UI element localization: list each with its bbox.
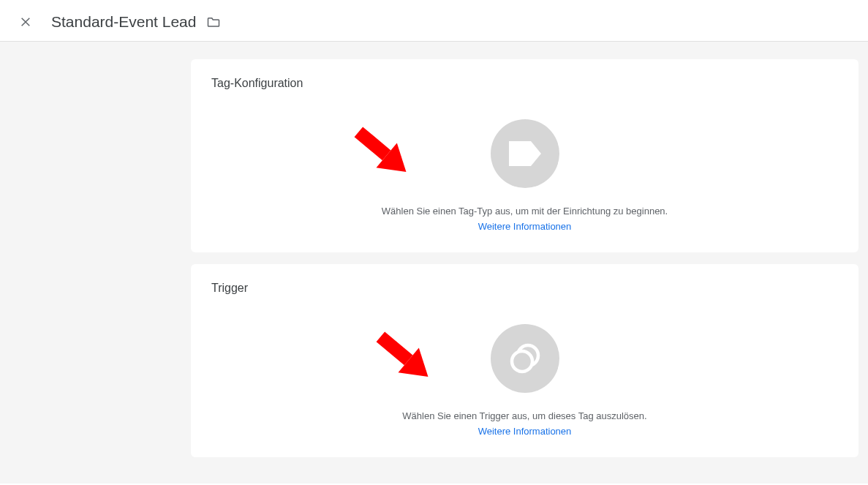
- header-bar: Standard-Event Lead: [0, 0, 868, 42]
- tag-icon: [491, 119, 559, 188]
- tag-card-body: Wählen Sie einen Tag-Typ aus, um mit der…: [211, 108, 838, 232]
- main-content: Tag-Konfiguration Wählen Sie einen Tag-T…: [0, 42, 868, 484]
- tag-card-title: Tag-Konfiguration: [211, 77, 838, 90]
- trigger-card-title: Trigger: [211, 282, 838, 295]
- trigger-card-body: Wählen Sie einen Trigger aus, um dieses …: [211, 312, 838, 437]
- trigger-icon: [491, 324, 559, 393]
- close-icon[interactable]: [19, 15, 32, 29]
- svg-point-5: [512, 351, 532, 372]
- trigger-more-info-link[interactable]: Weitere Informationen: [478, 426, 572, 437]
- folder-icon[interactable]: [206, 15, 221, 29]
- tag-prompt-text: Wählen Sie einen Tag-Typ aus, um mit der…: [382, 206, 668, 217]
- trigger-prompt-text: Wählen Sie einen Trigger aus, um dieses …: [402, 410, 646, 421]
- tag-more-info-link[interactable]: Weitere Informationen: [478, 221, 572, 232]
- page-title[interactable]: Standard-Event Lead: [51, 13, 196, 31]
- trigger-card[interactable]: Trigger Wählen Sie einen Trigger aus, um…: [191, 264, 858, 457]
- tag-configuration-card[interactable]: Tag-Konfiguration Wählen Sie einen Tag-T…: [191, 59, 858, 252]
